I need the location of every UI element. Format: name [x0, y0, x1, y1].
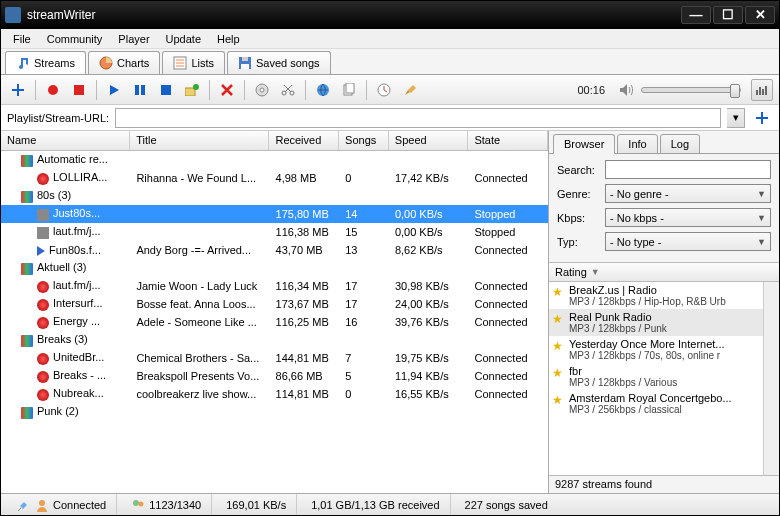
separator: [209, 80, 210, 100]
record-button[interactable]: [42, 79, 64, 101]
cell-state: Connected: [468, 369, 548, 383]
new-group-button[interactable]: [181, 79, 203, 101]
col-songs[interactable]: Songs: [339, 131, 389, 150]
menu-community[interactable]: Community: [39, 31, 111, 47]
tab-streams[interactable]: Streams: [5, 51, 86, 74]
scrollbar[interactable]: [763, 282, 779, 475]
browser-list[interactable]: ★BreakZ.us | RadioMP3 / 128kbps / Hip-Ho…: [549, 282, 763, 475]
minimize-button[interactable]: —: [681, 6, 711, 24]
table-row[interactable]: Breaks (3): [1, 331, 548, 349]
tab-lists[interactable]: Lists: [162, 51, 225, 74]
sort-icon: ▼: [591, 267, 600, 277]
table-row[interactable]: LOLLIRA...Rihanna - We Found L...4,98 MB…: [1, 169, 548, 187]
delete-button[interactable]: [216, 79, 238, 101]
cell-state: Connected: [468, 171, 548, 185]
table-row[interactable]: Nubreak...coolbreakerz live show...114,8…: [1, 385, 548, 403]
cell-title: Breakspoll Presents Vo...: [130, 369, 269, 383]
tab-saved-songs[interactable]: Saved songs: [227, 51, 331, 74]
eq-button[interactable]: [751, 79, 773, 101]
volume-slider[interactable]: [641, 87, 741, 93]
col-received[interactable]: Received: [269, 131, 339, 150]
cell-speed: 16,55 KB/s: [389, 387, 469, 401]
list-item[interactable]: ★fbrMP3 / 128kbps / Various: [549, 363, 763, 390]
svg-rect-21: [765, 86, 767, 95]
cell-state: Connected: [468, 243, 548, 257]
list-item[interactable]: ★BreakZ.us | RadioMP3 / 128kbps / Hip-Ho…: [549, 282, 763, 309]
separator: [366, 80, 367, 100]
add-button[interactable]: [7, 79, 29, 101]
maximize-button[interactable]: ☐: [713, 6, 743, 24]
url-add-button[interactable]: [751, 107, 773, 129]
broom-button[interactable]: [399, 79, 421, 101]
table-row[interactable]: Energy ...Adele - Someone Like ...116,25…: [1, 313, 548, 331]
item-desc: MP3 / 128kbps / Punk: [569, 323, 759, 334]
titlebar[interactable]: streamWriter — ☐ ✕: [1, 1, 779, 29]
menu-help[interactable]: Help: [209, 31, 248, 47]
col-speed[interactable]: Speed: [389, 131, 469, 150]
close-button[interactable]: ✕: [745, 6, 775, 24]
genre-select[interactable]: - No genre -▼: [605, 184, 771, 203]
cell-speed: 24,00 KB/s: [389, 297, 469, 311]
menu-file[interactable]: File: [5, 31, 39, 47]
cell-state: [468, 159, 548, 161]
col-name[interactable]: Name: [1, 131, 130, 150]
separator: [35, 80, 36, 100]
web-button[interactable]: [312, 79, 334, 101]
table-row[interactable]: 80s (3): [1, 187, 548, 205]
table-row[interactable]: UnitedBr...Chemical Brothers - Sa...144,…: [1, 349, 548, 367]
url-input[interactable]: [115, 108, 721, 128]
browser-tab-browser[interactable]: Browser: [553, 134, 615, 154]
volume-icon[interactable]: [615, 79, 637, 101]
stop-record-button[interactable]: [68, 79, 90, 101]
table-header: Name Title Received Songs Speed State: [1, 131, 548, 151]
menu-update[interactable]: Update: [158, 31, 209, 47]
cell-name: LOLLIRA...: [1, 170, 130, 185]
cell-state: [468, 339, 548, 341]
clock-button[interactable]: [373, 79, 395, 101]
cell-name: UnitedBr...: [1, 350, 130, 365]
cell-title: coolbreakerz live show...: [130, 387, 269, 401]
url-dropdown[interactable]: ▾: [727, 108, 745, 128]
menu-player[interactable]: Player: [110, 31, 157, 47]
kbps-label: Kbps:: [557, 212, 599, 224]
play-button[interactable]: [103, 79, 125, 101]
disc-button[interactable]: [251, 79, 273, 101]
volume-thumb[interactable]: [730, 84, 740, 98]
table-row[interactable]: Just80s...175,80 MB140,00 KB/sStopped: [1, 205, 548, 223]
cell-speed: 0,00 KB/s: [389, 225, 469, 239]
cut-button[interactable]: [277, 79, 299, 101]
chevron-down-icon: ▼: [757, 213, 766, 223]
table-row[interactable]: Punk (2): [1, 403, 548, 421]
separator: [96, 80, 97, 100]
browser-list-header[interactable]: Rating▼: [549, 262, 779, 282]
col-state[interactable]: State: [468, 131, 548, 150]
cell-speed: [389, 267, 469, 269]
browser-tab-info[interactable]: Info: [617, 134, 657, 154]
list-item[interactable]: ★Yesterday Once More Internet...MP3 / 12…: [549, 336, 763, 363]
stop-button[interactable]: [155, 79, 177, 101]
table-row[interactable]: Automatic re...: [1, 151, 548, 169]
cell-songs: 0: [339, 171, 389, 185]
kbps-select[interactable]: - No kbps -▼: [605, 208, 771, 227]
search-input[interactable]: [605, 160, 771, 179]
browser-tab-log[interactable]: Log: [660, 134, 700, 154]
col-title[interactable]: Title: [130, 131, 269, 150]
cell-speed: [389, 411, 469, 413]
table-row[interactable]: Intersurf...Bosse feat. Anna Loos...173,…: [1, 295, 548, 313]
pause-button[interactable]: [129, 79, 151, 101]
table-row[interactable]: Fun80s.f...Andy Borg -=- Arrived...43,70…: [1, 241, 548, 259]
cell-received: 116,25 MB: [270, 315, 340, 329]
table-row[interactable]: Breaks - ...Breakspoll Presents Vo...86,…: [1, 367, 548, 385]
table-row[interactable]: Aktuell (3): [1, 259, 548, 277]
star-icon: ★: [552, 339, 563, 353]
list-item[interactable]: ★Amsterdam Royal Concertgebo...MP3 / 256…: [549, 390, 763, 417]
table-row[interactable]: laut.fm/j...116,38 MB150,00 KB/sStopped: [1, 223, 548, 241]
tab-charts[interactable]: Charts: [88, 51, 160, 74]
copy-button[interactable]: [338, 79, 360, 101]
cell-received: [270, 195, 340, 197]
table-row[interactable]: laut.fm/j...Jamie Woon - Lady Luck116,34…: [1, 277, 548, 295]
typ-select[interactable]: - No type -▼: [605, 232, 771, 251]
table-body[interactable]: Automatic re...LOLLIRA...Rihanna - We Fo…: [1, 151, 548, 493]
cell-state: Connected: [468, 315, 548, 329]
list-item[interactable]: ★Real Punk RadioMP3 / 128kbps / Punk: [549, 309, 763, 336]
